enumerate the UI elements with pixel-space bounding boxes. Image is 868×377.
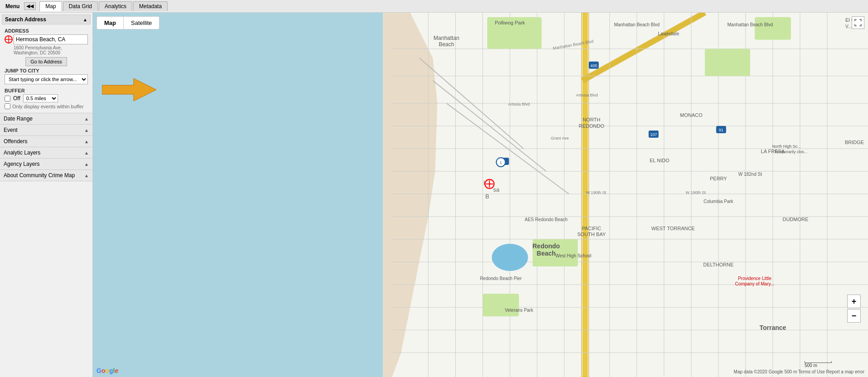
about-header[interactable]: About Community Crime Map ▲	[0, 170, 92, 181]
svg-text:Grant Ave: Grant Ave	[551, 136, 569, 140]
address-input[interactable]	[14, 34, 88, 44]
address-hint: 1600 Pennsylvania Ave, Washington, DC 20…	[14, 45, 88, 55]
date-range-caret: ▲	[84, 116, 89, 121]
svg-text:B: B	[485, 193, 489, 200]
buffer-only-checkbox[interactable]	[5, 103, 10, 109]
map-area[interactable]: Map Satellite	[93, 13, 868, 377]
search-address-label: Search Address	[5, 16, 46, 23]
event-section: Event ▲	[0, 125, 92, 136]
agency-layers-section: Agency Layers ▲	[0, 159, 92, 170]
arrow-annotation	[102, 76, 156, 105]
tab-bar: Map Data Grid Analytics Metadata	[39, 1, 168, 11]
svg-rect-44	[755, 17, 791, 40]
svg-text:V...: V...	[845, 24, 852, 29]
svg-text:405: 405	[590, 63, 597, 68]
google-g2: g	[109, 367, 113, 374]
buffer-off-label: Off	[13, 95, 20, 102]
svg-text:Beach: Beach	[439, 41, 454, 48]
svg-text:W 190th St: W 190th St	[586, 190, 606, 195]
tab-metadata[interactable]: Metadata	[133, 1, 168, 11]
map-svg: 1 405 107 91 Manhattan Beach Polliwog Pa…	[93, 13, 868, 377]
location-icon[interactable]	[5, 35, 13, 44]
zoom-out-button[interactable]: −	[847, 309, 861, 323]
jump-to-city-select[interactable]: Start typing or click the arrow...	[5, 74, 88, 84]
svg-text:Manhattan: Manhattan	[434, 35, 459, 41]
buffer-row: Off 0.25 miles 0.5 miles 1 mile 2 miles	[5, 94, 88, 102]
svg-text:Company of Mary...: Company of Mary...	[735, 281, 775, 286]
svg-text:Columbia Park: Columbia Park	[704, 199, 734, 204]
map-attribution: Map data ©2020 Google 500 m Terms of Use…	[734, 369, 864, 374]
svg-text:Lawndale: Lawndale	[658, 31, 679, 36]
svg-text:MONACO: MONACO	[680, 112, 703, 118]
svg-text:Temporarily clos...: Temporarily clos...	[775, 150, 808, 154]
svg-text:BRIDGE: BRIDGE	[845, 140, 864, 145]
offenders-header[interactable]: Offenders ▲	[0, 136, 92, 147]
svg-rect-43	[705, 49, 750, 76]
svg-text:AES Redondo Beach: AES Redondo Beach	[525, 217, 568, 222]
menu-label: Menu	[2, 3, 23, 10]
svg-text:Torrance: Torrance	[759, 324, 786, 331]
svg-text:Providence Little: Providence Little	[738, 276, 772, 281]
svg-rect-6	[583, 13, 588, 377]
zoom-in-button[interactable]: +	[847, 295, 861, 308]
svg-text:Beach: Beach	[537, 250, 556, 257]
date-range-section: Date Range ▲	[0, 113, 92, 125]
svg-text:W 182nd St: W 182nd St	[738, 172, 762, 177]
svg-text:107: 107	[650, 132, 657, 137]
svg-text:Redondo Beach Pier: Redondo Beach Pier	[480, 276, 522, 281]
map-background: 1 405 107 91 Manhattan Beach Polliwog Pa…	[93, 13, 868, 377]
analytic-layers-label: Analytic Layers	[4, 150, 40, 156]
tab-analytics[interactable]: Analytics	[99, 1, 132, 11]
buffer-distance-select[interactable]: 0.25 miles 0.5 miles 1 mile 2 miles	[23, 94, 58, 102]
search-address-section: Search Address ▲ Address 1600 Pennsylvan	[0, 13, 92, 113]
address-row	[5, 34, 88, 44]
svg-text:WEST TORRANCE: WEST TORRANCE	[651, 226, 695, 231]
svg-rect-3	[93, 13, 392, 377]
map-type-controls: Map Satellite	[96, 16, 159, 29]
address-field-label: Address	[5, 28, 88, 34]
top-bar: Menu ◀◀ Map Data Grid Analytics Metadata	[0, 0, 868, 13]
svg-text:PERRY: PERRY	[710, 176, 727, 181]
svg-text:PACIFIC: PACIFIC	[582, 226, 601, 231]
svg-text:Manhattan Beach Blvd: Manhattan Beach Blvd	[614, 22, 660, 27]
collapse-menu-button[interactable]: ◀◀	[24, 2, 36, 10]
date-range-label: Date Range	[4, 116, 33, 122]
fullscreen-button[interactable]	[852, 16, 864, 29]
search-address-header[interactable]: Search Address ▲	[2, 14, 91, 24]
offenders-section: Offenders ▲	[0, 136, 92, 147]
about-label: About Community Crime Map	[4, 172, 75, 179]
event-caret: ▲	[84, 128, 89, 133]
map-type-map-button[interactable]: Map	[96, 16, 123, 29]
svg-marker-103	[102, 78, 156, 101]
agency-layers-label: Agency Layers	[4, 161, 39, 167]
analytic-layers-caret: ▲	[84, 150, 89, 155]
google-o2: o	[105, 367, 109, 374]
main-layout: Search Address ▲ Address 1600 Pennsylvan	[0, 13, 868, 377]
svg-text:Veterans Park: Veterans Park	[505, 308, 534, 313]
map-type-satellite-button[interactable]: Satellite	[123, 16, 159, 29]
date-range-header[interactable]: Date Range ▲	[0, 113, 92, 124]
attribution-text: Map data ©2020 Google 500 m Terms of Use…	[734, 369, 864, 374]
scale-bar: 500 m	[805, 360, 832, 368]
svg-text:Artesia Blvd: Artesia Blvd	[508, 102, 530, 106]
buffer-checkbox[interactable]	[5, 96, 10, 102]
svg-text:1: 1	[500, 160, 502, 165]
analytic-layers-header[interactable]: Analytic Layers ▲	[0, 147, 92, 158]
offenders-label: Offenders	[4, 138, 27, 145]
event-header[interactable]: Event ▲	[0, 125, 92, 135]
offenders-caret: ▲	[84, 139, 89, 144]
about-section: About Community Crime Map ▲	[0, 170, 92, 181]
svg-text:Polliwog Park: Polliwog Park	[495, 20, 525, 25]
tab-map[interactable]: Map	[39, 1, 62, 11]
tab-data-grid[interactable]: Data Grid	[63, 1, 98, 11]
agency-layers-caret: ▲	[84, 162, 89, 167]
scale-label: 500 m	[805, 363, 817, 368]
zoom-controls: + −	[847, 295, 861, 323]
about-caret: ▲	[84, 173, 89, 178]
google-logo: Google	[96, 367, 118, 374]
svg-text:W 190th St: W 190th St	[686, 190, 706, 195]
search-address-caret: ▲	[83, 17, 87, 22]
agency-layers-header[interactable]: Agency Layers ▲	[0, 159, 92, 169]
svg-text:91: 91	[719, 128, 723, 132]
go-to-address-button[interactable]: Go to Address	[25, 57, 67, 66]
